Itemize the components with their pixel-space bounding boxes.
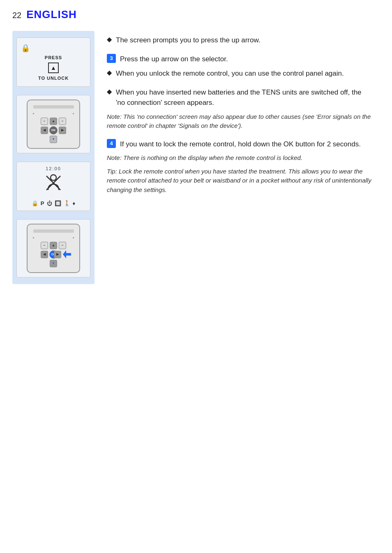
panel-no-connection: 12:00 🔒 P ⏻ 🔲 🚶 ♦ bbox=[16, 162, 90, 211]
bottom-icons-bar: 🔒 P ⏻ 🔲 🚶 ♦ bbox=[32, 200, 75, 206]
right-column: ◆ The screen prompts you to press the up… bbox=[95, 31, 380, 284]
ok-button: OK bbox=[49, 126, 58, 134]
no-connection-icon bbox=[43, 173, 64, 197]
note-text-3: Note: This 'no connection' screen may al… bbox=[107, 113, 371, 130]
section-block-2: 3 Press the up arrow on the selector. ◆ … bbox=[107, 54, 371, 79]
remote-device-2: + + − ▲ − ◀ OK ▶ ▼ bbox=[27, 224, 80, 273]
bullet-item-2: ◆ When you unlock the remote control, yo… bbox=[107, 68, 371, 79]
bullet-text-1: The screen prompts you to press the up a… bbox=[116, 35, 261, 46]
settings-icon: ♦ bbox=[73, 200, 76, 206]
remote-controls: − ▲ − ◀ OK ▶ ▼ bbox=[40, 117, 67, 143]
section-block-1: ◆ The screen prompts you to press the up… bbox=[107, 35, 371, 46]
up-arrow-button: ▲ bbox=[48, 62, 59, 73]
bullet-diamond-2: ◆ bbox=[107, 68, 112, 77]
p-icon: P bbox=[41, 200, 44, 206]
plus-left-2: + bbox=[32, 236, 35, 240]
note-block-3: Note: This 'no connection' screen may al… bbox=[107, 112, 371, 131]
lock-bottom-icon: 🔒 bbox=[32, 200, 38, 206]
page-number: 22 bbox=[12, 11, 21, 20]
empty-cell bbox=[41, 136, 48, 143]
tip-text-4: Tip: Lock the remote control when you ha… bbox=[107, 168, 371, 193]
power-icon: ⏻ bbox=[47, 200, 52, 206]
left-column: 🔒 PRESS ▲ TO UNLOCK + + − ▲ − ◀ OK bbox=[12, 31, 95, 284]
panel-press-to-unlock: 🔒 PRESS ▲ TO UNLOCK bbox=[16, 37, 90, 87]
plus-right-2: + bbox=[72, 236, 74, 240]
section-block-4: 4 If you want to lock the remote control… bbox=[107, 139, 371, 195]
minus-right: − bbox=[59, 118, 66, 125]
bullet-text-2: When you unlock the remote control, you … bbox=[116, 68, 344, 79]
svg-point-0 bbox=[51, 175, 56, 180]
page-title: ENGLISH bbox=[26, 8, 77, 21]
empty-cell-4 bbox=[59, 260, 66, 267]
press-label: PRESS bbox=[45, 55, 62, 60]
plus-left: + bbox=[32, 112, 35, 116]
bullet-diamond-1: ◆ bbox=[107, 35, 112, 44]
remote-top-bar-2 bbox=[33, 229, 74, 233]
arrow-up-button-2: ▲ bbox=[50, 242, 57, 249]
up-arrow-icon: ▲ bbox=[51, 65, 56, 71]
step-badge-3: 3 bbox=[107, 54, 116, 63]
note-block-4: Note: There is nothing on the display wh… bbox=[107, 153, 371, 163]
note-text-4: Note: There is nothing on the display wh… bbox=[107, 154, 302, 161]
step-line-4: 4 If you want to lock the remote control… bbox=[107, 139, 371, 150]
bullet-item-3: ◆ When you have inserted new batteries a… bbox=[107, 87, 371, 108]
step-text-4: If you want to lock the remote control, … bbox=[120, 139, 361, 150]
minus-left-2: − bbox=[41, 242, 48, 249]
panel-remote-ok-highlight: + + − ▲ − ◀ OK ▶ ▼ bbox=[16, 219, 90, 278]
remote-device: + + − ▲ − ◀ OK ▶ ▼ bbox=[27, 99, 80, 149]
plus-right: + bbox=[72, 112, 74, 116]
arrow-right-button: ▶ bbox=[59, 127, 66, 134]
tip-block-4: Tip: Lock the remote control when you ha… bbox=[107, 167, 371, 195]
bullet-item-1: ◆ The screen prompts you to press the up… bbox=[107, 35, 371, 46]
panel-remote-selector: + + − ▲ − ◀ OK ▶ ▼ bbox=[16, 95, 90, 153]
page-header: 22 ENGLISH bbox=[12, 8, 380, 21]
remote-top-bar bbox=[33, 105, 74, 109]
bullet-text-3: When you have inserted new batteries and… bbox=[116, 87, 371, 108]
unlock-label: TO UNLOCK bbox=[38, 76, 69, 81]
lock-icon: 🔒 bbox=[21, 44, 30, 53]
arrow-right-with-indicator: ▶ bbox=[54, 250, 71, 259]
step-line-2: 3 Press the up arrow on the selector. bbox=[107, 54, 371, 65]
minus-left: − bbox=[41, 118, 48, 125]
arrow-left-button: ◀ bbox=[41, 127, 48, 134]
step-badge-4: 4 bbox=[107, 139, 116, 148]
content-area: 🔒 PRESS ▲ TO UNLOCK + + − ▲ − ◀ OK bbox=[12, 31, 380, 284]
blue-arrow-indicator bbox=[63, 250, 71, 259]
step-text-3: Press the up arrow on the selector. bbox=[120, 54, 228, 65]
minus-right-2: − bbox=[59, 242, 66, 249]
empty-cell-3 bbox=[41, 260, 48, 267]
no-conn-svg bbox=[43, 173, 64, 193]
arrow-up-button: ▲ bbox=[50, 118, 57, 125]
arrow-down-button: ▼ bbox=[50, 136, 57, 143]
remote-controls-2: − ▲ − ◀ OK ▶ ▼ bbox=[40, 241, 67, 268]
arrow-left-button-2: ◀ bbox=[41, 251, 48, 258]
section-block-3: ◆ When you have inserted new batteries a… bbox=[107, 87, 371, 131]
person-icon: 🚶 bbox=[64, 200, 70, 206]
arrow-down-button-2: ▼ bbox=[50, 260, 57, 267]
remote-side-labels: + + bbox=[31, 112, 76, 116]
bullet-diamond-3: ◆ bbox=[107, 87, 112, 96]
time-display: 12:00 bbox=[46, 166, 61, 171]
remote-side-labels-2: + + bbox=[31, 236, 76, 240]
empty-cell2 bbox=[59, 136, 66, 143]
arrow-right-button-2: ▶ bbox=[54, 251, 61, 258]
info-icon: 🔲 bbox=[55, 200, 61, 206]
